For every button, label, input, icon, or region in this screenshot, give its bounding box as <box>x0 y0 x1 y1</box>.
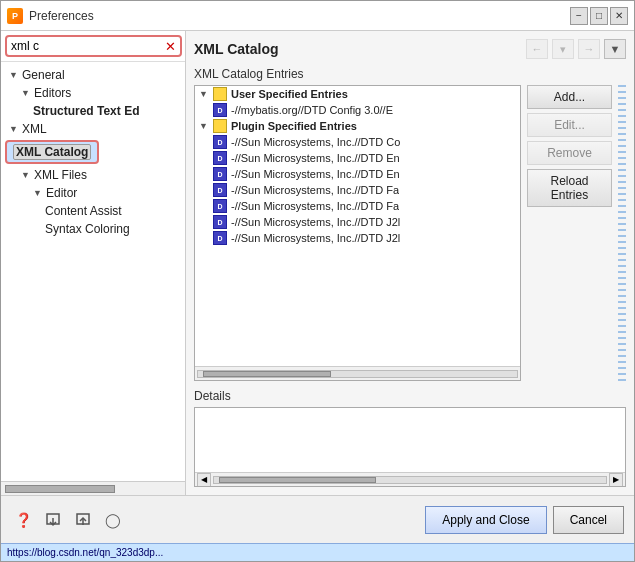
entries-buttons: Add... Edit... Remove Reload Entries <box>527 85 612 381</box>
maximize-button[interactable]: □ <box>590 7 608 25</box>
entries-section: ▼ User Specified Entries D -//mybatis.or… <box>194 85 626 381</box>
import-icon-button[interactable] <box>41 508 65 532</box>
right-deco <box>618 85 626 381</box>
dtd-icon: D <box>213 231 227 245</box>
window-title: Preferences <box>29 9 94 23</box>
list-item[interactable]: D -//Sun Microsystems, Inc.//DTD En <box>195 150 520 166</box>
chevron-down-icon: ▼ <box>21 88 31 98</box>
tree-label-xml-files: XML Files <box>34 168 87 182</box>
entries-label: XML Catalog Entries <box>194 67 626 81</box>
right-header: XML Catalog ← ▾ → ▼ <box>194 39 626 59</box>
list-item[interactable]: D -//Sun Microsystems, Inc.//DTD J2l <box>195 214 520 230</box>
h-scroll-thumb[interactable] <box>203 371 331 377</box>
entry-label-dtd7: -//Sun Microsystems, Inc.//DTD J2l <box>231 232 400 244</box>
list-item[interactable]: D -//Sun Microsystems, Inc.//DTD Fa <box>195 182 520 198</box>
folder-icon <box>213 87 227 101</box>
tree-item-syntax-coloring[interactable]: Syntax Coloring <box>1 220 185 238</box>
bottom-action-buttons: Apply and Close Cancel <box>425 506 624 534</box>
h-scroll-track[interactable] <box>197 370 518 378</box>
import-icon <box>45 512 61 528</box>
export-icon-button[interactable] <box>71 508 95 532</box>
entry-label-dtd5: -//Sun Microsystems, Inc.//DTD Fa <box>231 200 399 212</box>
scroll-right-btn[interactable]: ▶ <box>609 473 623 487</box>
tree-item-xml-catalog[interactable]: XML Catalog <box>5 140 99 164</box>
entries-list-wrap: ▼ User Specified Entries D -//mybatis.or… <box>194 85 521 381</box>
tree-item-editor[interactable]: ▼ Editor <box>1 184 185 202</box>
nav-dropdown-button[interactable]: ▼ <box>604 39 626 59</box>
apply-close-button[interactable]: Apply and Close <box>425 506 546 534</box>
details-h-scroll-track[interactable] <box>213 476 607 484</box>
minimize-button[interactable]: − <box>570 7 588 25</box>
title-bar-left: P Preferences <box>7 8 94 24</box>
entries-h-scrollbar[interactable] <box>195 366 520 380</box>
tree-label-xml-catalog: XML Catalog <box>13 144 91 160</box>
details-section: Details ◀ ▶ <box>194 389 626 487</box>
left-scroll-thumb[interactable] <box>5 485 115 493</box>
tree-item-xml[interactable]: ▼ XML <box>1 120 185 138</box>
tree-label-editors: Editors <box>34 86 71 100</box>
reload-button[interactable]: Reload Entries <box>527 169 612 207</box>
entry-user-specified[interactable]: ▼ User Specified Entries <box>195 86 520 102</box>
nav-buttons: ← ▾ → ▼ <box>526 39 626 59</box>
dtd-icon: D <box>213 167 227 181</box>
cancel-button[interactable]: Cancel <box>553 506 624 534</box>
entry-label-dtd2: -//Sun Microsystems, Inc.//DTD En <box>231 152 400 164</box>
details-box[interactable] <box>195 408 625 472</box>
entry-plugin-specified[interactable]: ▼ Plugin Specified Entries <box>195 118 520 134</box>
entry-label-dtd4: -//Sun Microsystems, Inc.//DTD Fa <box>231 184 399 196</box>
right-panel: XML Catalog ← ▾ → ▼ XML Catalog Entries … <box>186 31 634 495</box>
chevron-down-icon: ▼ <box>33 188 43 198</box>
export-icon <box>75 512 91 528</box>
tree-area: ▼ General ▼ Editors Structured Text Ed ▼… <box>1 62 185 481</box>
tree-item-structured-text[interactable]: Structured Text Ed <box>1 102 185 120</box>
dtd-icon: D <box>213 151 227 165</box>
settings-icon-button[interactable]: ◯ <box>101 508 125 532</box>
edit-button[interactable]: Edit... <box>527 113 612 137</box>
chevron-down-icon: ▼ <box>199 121 209 131</box>
search-box: ✕ <box>5 35 182 57</box>
help-icon-button[interactable]: ❓ <box>11 508 35 532</box>
details-label: Details <box>194 389 626 403</box>
entry-label-dtd6: -//Sun Microsystems, Inc.//DTD J2l <box>231 216 400 228</box>
preferences-window: P Preferences − □ ✕ ✕ ▼ <box>0 0 635 562</box>
scroll-left-btn[interactable]: ◀ <box>197 473 211 487</box>
dtd-icon: D <box>213 215 227 229</box>
chevron-down-icon: ▼ <box>21 170 31 180</box>
section-title: XML Catalog <box>194 41 279 57</box>
title-bar: P Preferences − □ ✕ <box>1 1 634 31</box>
details-h-scrollbar[interactable]: ◀ ▶ <box>195 472 625 486</box>
bottom-icons: ❓ ◯ <box>11 508 125 532</box>
content-area: ✕ ▼ General ▼ Editors Structured Text Ed <box>1 31 634 495</box>
chevron-down-icon: ▼ <box>9 124 19 134</box>
search-clear-icon[interactable]: ✕ <box>165 40 176 53</box>
chevron-down-icon: ▼ <box>9 70 19 80</box>
tree-item-xml-files[interactable]: ▼ XML Files <box>1 166 185 184</box>
search-input[interactable] <box>11 39 161 53</box>
tree-item-content-assist[interactable]: Content Assist <box>1 202 185 220</box>
left-panel: ✕ ▼ General ▼ Editors Structured Text Ed <box>1 31 186 495</box>
list-item[interactable]: D -//Sun Microsystems, Inc.//DTD J2l <box>195 230 520 246</box>
dtd-icon: D <box>213 103 227 117</box>
app-icon: P <box>7 8 23 24</box>
tree-item-general[interactable]: ▼ General <box>1 66 185 84</box>
tree-item-editors[interactable]: ▼ Editors <box>1 84 185 102</box>
close-button[interactable]: ✕ <box>610 7 628 25</box>
window-controls: − □ ✕ <box>570 7 628 25</box>
list-item[interactable]: D -//Sun Microsystems, Inc.//DTD Co <box>195 134 520 150</box>
nav-separator: ▾ <box>552 39 574 59</box>
nav-forward-button[interactable]: → <box>578 39 600 59</box>
list-item[interactable]: D -//Sun Microsystems, Inc.//DTD En <box>195 166 520 182</box>
entry-label-dtd1: -//Sun Microsystems, Inc.//DTD Co <box>231 136 400 148</box>
nav-back-button[interactable]: ← <box>526 39 548 59</box>
tree-label-syntax-coloring: Syntax Coloring <box>45 222 130 236</box>
left-scrollbar[interactable] <box>1 481 185 495</box>
bottom-bar: ❓ ◯ Apply and Close Cancel <box>1 495 634 543</box>
entry-mybatis-dtd[interactable]: D -//mybatis.org//DTD Config 3.0//E <box>195 102 520 118</box>
entries-list[interactable]: ▼ User Specified Entries D -//mybatis.or… <box>195 86 520 366</box>
details-h-scroll-thumb[interactable] <box>219 477 376 483</box>
details-box-wrap: ◀ ▶ <box>194 407 626 487</box>
add-button[interactable]: Add... <box>527 85 612 109</box>
status-bar: https://blog.csdn.net/qn_323d3dp... <box>1 543 634 561</box>
remove-button[interactable]: Remove <box>527 141 612 165</box>
list-item[interactable]: D -//Sun Microsystems, Inc.//DTD Fa <box>195 198 520 214</box>
